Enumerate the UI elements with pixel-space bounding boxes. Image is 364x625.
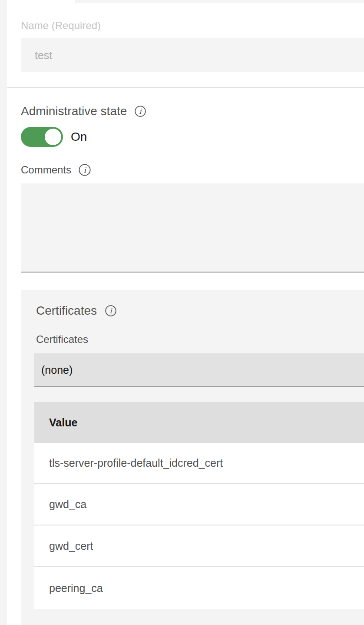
certificates-heading: Certificates [36,303,97,318]
admin-state-toggle[interactable] [21,127,63,147]
svg-text:i: i [109,307,113,315]
table-row: tls-server-profile-default_idcred_cert [34,443,364,484]
admin-state-row: Administrative state i [21,104,146,118]
table-body: tls-server-profile-default_idcred_certgw… [34,443,364,609]
certificates-select[interactable]: (none) [34,353,364,387]
table-row: gwd_cert [34,525,364,567]
tab-bar-edge [75,0,364,3]
svg-text:i: i [83,166,86,175]
admin-state-label: Administrative state [21,104,127,118]
toggle-state-label: On [71,127,87,147]
info-icon[interactable]: i [78,163,91,176]
info-icon[interactable]: i [105,305,117,317]
svg-text:i: i [139,107,142,116]
info-icon[interactable]: i [134,105,146,117]
panel-left-edge [0,0,7,625]
comments-textarea[interactable] [21,183,364,273]
active-tab-edge [7,0,75,3]
table-column-header: Value [34,402,364,443]
table-row: peering_ca [34,567,364,609]
toggle-knob-icon [45,129,61,145]
table-row: gwd_ca [34,484,364,525]
comments-label: Comments [21,163,71,176]
certificates-table: Value tls-server-profile-default_idcred_… [34,402,364,609]
name-input[interactable]: test [21,38,364,72]
form-panel: Name (Required) test Administrative stat… [0,0,364,625]
certificates-section: Certificates i Certificates (none) Value… [21,290,364,625]
certificates-heading-row: Certificates i [36,303,117,318]
admin-state-toggle-row: On [21,127,87,147]
name-field-label: Name (Required) [21,20,101,32]
section-divider [7,87,364,88]
comments-row: Comments i [21,163,91,176]
certificates-field-label: Certificates [36,333,88,346]
